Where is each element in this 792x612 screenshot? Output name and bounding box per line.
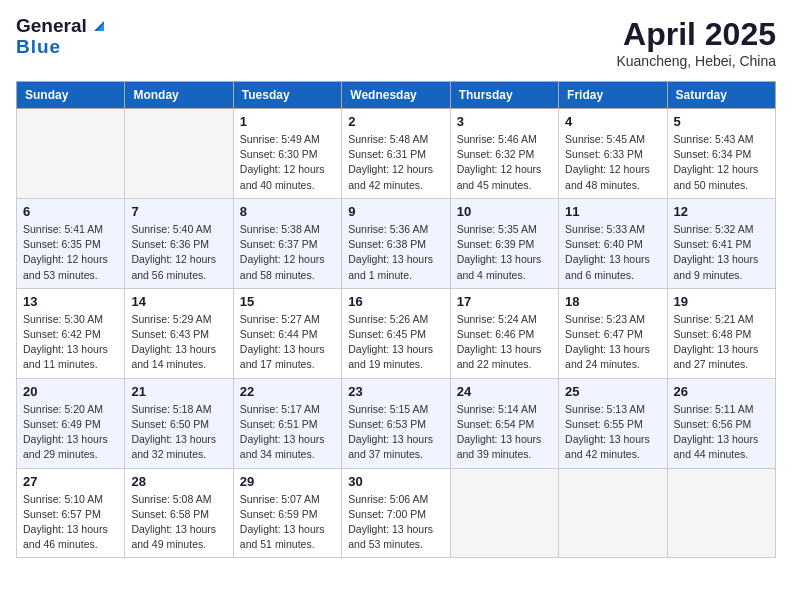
day-number: 22	[240, 384, 335, 399]
day-number: 29	[240, 474, 335, 489]
day-number: 28	[131, 474, 226, 489]
calendar-week-row: 27Sunrise: 5:10 AMSunset: 6:57 PMDayligh…	[17, 468, 776, 558]
day-info: Sunrise: 5:27 AMSunset: 6:44 PMDaylight:…	[240, 312, 335, 373]
day-info: Sunrise: 5:18 AMSunset: 6:50 PMDaylight:…	[131, 402, 226, 463]
day-info: Sunrise: 5:11 AMSunset: 6:56 PMDaylight:…	[674, 402, 769, 463]
calendar-cell: 16Sunrise: 5:26 AMSunset: 6:45 PMDayligh…	[342, 288, 450, 378]
day-info: Sunrise: 5:13 AMSunset: 6:55 PMDaylight:…	[565, 402, 660, 463]
day-number: 19	[674, 294, 769, 309]
day-number: 11	[565, 204, 660, 219]
calendar-cell: 9Sunrise: 5:36 AMSunset: 6:38 PMDaylight…	[342, 198, 450, 288]
calendar-header-row: SundayMondayTuesdayWednesdayThursdayFrid…	[17, 82, 776, 109]
day-info: Sunrise: 5:40 AMSunset: 6:36 PMDaylight:…	[131, 222, 226, 283]
calendar-cell	[667, 468, 775, 558]
day-info: Sunrise: 5:24 AMSunset: 6:46 PMDaylight:…	[457, 312, 552, 373]
month-title: April 2025	[616, 16, 776, 53]
calendar-cell: 24Sunrise: 5:14 AMSunset: 6:54 PMDayligh…	[450, 378, 558, 468]
day-info: Sunrise: 5:07 AMSunset: 6:59 PMDaylight:…	[240, 492, 335, 553]
calendar-cell	[450, 468, 558, 558]
weekday-header: Friday	[559, 82, 667, 109]
calendar-week-row: 1Sunrise: 5:49 AMSunset: 6:30 PMDaylight…	[17, 109, 776, 199]
calendar-cell: 3Sunrise: 5:46 AMSunset: 6:32 PMDaylight…	[450, 109, 558, 199]
calendar-cell: 14Sunrise: 5:29 AMSunset: 6:43 PMDayligh…	[125, 288, 233, 378]
day-number: 16	[348, 294, 443, 309]
day-info: Sunrise: 5:14 AMSunset: 6:54 PMDaylight:…	[457, 402, 552, 463]
day-number: 4	[565, 114, 660, 129]
day-number: 18	[565, 294, 660, 309]
day-info: Sunrise: 5:15 AMSunset: 6:53 PMDaylight:…	[348, 402, 443, 463]
location-subtitle: Kuancheng, Hebei, China	[616, 53, 776, 69]
day-number: 30	[348, 474, 443, 489]
day-info: Sunrise: 5:30 AMSunset: 6:42 PMDaylight:…	[23, 312, 118, 373]
day-number: 1	[240, 114, 335, 129]
calendar-cell	[125, 109, 233, 199]
calendar-cell: 5Sunrise: 5:43 AMSunset: 6:34 PMDaylight…	[667, 109, 775, 199]
day-info: Sunrise: 5:41 AMSunset: 6:35 PMDaylight:…	[23, 222, 118, 283]
calendar-cell: 6Sunrise: 5:41 AMSunset: 6:35 PMDaylight…	[17, 198, 125, 288]
day-info: Sunrise: 5:35 AMSunset: 6:39 PMDaylight:…	[457, 222, 552, 283]
logo-wing-icon	[90, 17, 108, 35]
day-info: Sunrise: 5:49 AMSunset: 6:30 PMDaylight:…	[240, 132, 335, 193]
day-number: 20	[23, 384, 118, 399]
calendar-cell: 25Sunrise: 5:13 AMSunset: 6:55 PMDayligh…	[559, 378, 667, 468]
day-number: 8	[240, 204, 335, 219]
calendar-cell: 13Sunrise: 5:30 AMSunset: 6:42 PMDayligh…	[17, 288, 125, 378]
calendar-cell: 12Sunrise: 5:32 AMSunset: 6:41 PMDayligh…	[667, 198, 775, 288]
day-info: Sunrise: 5:26 AMSunset: 6:45 PMDaylight:…	[348, 312, 443, 373]
day-number: 9	[348, 204, 443, 219]
day-info: Sunrise: 5:32 AMSunset: 6:41 PMDaylight:…	[674, 222, 769, 283]
day-number: 25	[565, 384, 660, 399]
day-number: 15	[240, 294, 335, 309]
calendar-week-row: 13Sunrise: 5:30 AMSunset: 6:42 PMDayligh…	[17, 288, 776, 378]
day-info: Sunrise: 5:45 AMSunset: 6:33 PMDaylight:…	[565, 132, 660, 193]
calendar-cell: 28Sunrise: 5:08 AMSunset: 6:58 PMDayligh…	[125, 468, 233, 558]
day-number: 2	[348, 114, 443, 129]
calendar-cell: 21Sunrise: 5:18 AMSunset: 6:50 PMDayligh…	[125, 378, 233, 468]
day-number: 17	[457, 294, 552, 309]
calendar-cell	[559, 468, 667, 558]
day-number: 26	[674, 384, 769, 399]
title-area: April 2025 Kuancheng, Hebei, China	[616, 16, 776, 69]
weekday-header: Saturday	[667, 82, 775, 109]
day-info: Sunrise: 5:33 AMSunset: 6:40 PMDaylight:…	[565, 222, 660, 283]
calendar-cell: 7Sunrise: 5:40 AMSunset: 6:36 PMDaylight…	[125, 198, 233, 288]
day-number: 7	[131, 204, 226, 219]
weekday-header: Sunday	[17, 82, 125, 109]
day-number: 5	[674, 114, 769, 129]
weekday-header: Thursday	[450, 82, 558, 109]
calendar-cell: 4Sunrise: 5:45 AMSunset: 6:33 PMDaylight…	[559, 109, 667, 199]
day-number: 12	[674, 204, 769, 219]
day-info: Sunrise: 5:08 AMSunset: 6:58 PMDaylight:…	[131, 492, 226, 553]
page-header: General Blue April 2025 Kuancheng, Hebei…	[16, 16, 776, 69]
calendar-cell: 18Sunrise: 5:23 AMSunset: 6:47 PMDayligh…	[559, 288, 667, 378]
day-number: 10	[457, 204, 552, 219]
day-number: 27	[23, 474, 118, 489]
calendar-cell: 15Sunrise: 5:27 AMSunset: 6:44 PMDayligh…	[233, 288, 341, 378]
calendar-cell: 19Sunrise: 5:21 AMSunset: 6:48 PMDayligh…	[667, 288, 775, 378]
day-number: 14	[131, 294, 226, 309]
day-number: 23	[348, 384, 443, 399]
day-info: Sunrise: 5:48 AMSunset: 6:31 PMDaylight:…	[348, 132, 443, 193]
calendar-cell: 29Sunrise: 5:07 AMSunset: 6:59 PMDayligh…	[233, 468, 341, 558]
day-info: Sunrise: 5:06 AMSunset: 7:00 PMDaylight:…	[348, 492, 443, 553]
day-number: 3	[457, 114, 552, 129]
calendar-week-row: 20Sunrise: 5:20 AMSunset: 6:49 PMDayligh…	[17, 378, 776, 468]
day-info: Sunrise: 5:10 AMSunset: 6:57 PMDaylight:…	[23, 492, 118, 553]
weekday-header: Tuesday	[233, 82, 341, 109]
day-info: Sunrise: 5:46 AMSunset: 6:32 PMDaylight:…	[457, 132, 552, 193]
calendar-cell: 10Sunrise: 5:35 AMSunset: 6:39 PMDayligh…	[450, 198, 558, 288]
calendar-cell: 1Sunrise: 5:49 AMSunset: 6:30 PMDaylight…	[233, 109, 341, 199]
day-info: Sunrise: 5:23 AMSunset: 6:47 PMDaylight:…	[565, 312, 660, 373]
day-info: Sunrise: 5:29 AMSunset: 6:43 PMDaylight:…	[131, 312, 226, 373]
weekday-header: Wednesday	[342, 82, 450, 109]
day-number: 13	[23, 294, 118, 309]
calendar-cell: 22Sunrise: 5:17 AMSunset: 6:51 PMDayligh…	[233, 378, 341, 468]
calendar-cell: 20Sunrise: 5:20 AMSunset: 6:49 PMDayligh…	[17, 378, 125, 468]
day-info: Sunrise: 5:38 AMSunset: 6:37 PMDaylight:…	[240, 222, 335, 283]
logo-blue-text: Blue	[16, 37, 108, 58]
day-info: Sunrise: 5:17 AMSunset: 6:51 PMDaylight:…	[240, 402, 335, 463]
logo: General Blue	[16, 16, 108, 58]
weekday-header: Monday	[125, 82, 233, 109]
day-number: 24	[457, 384, 552, 399]
calendar-cell: 8Sunrise: 5:38 AMSunset: 6:37 PMDaylight…	[233, 198, 341, 288]
